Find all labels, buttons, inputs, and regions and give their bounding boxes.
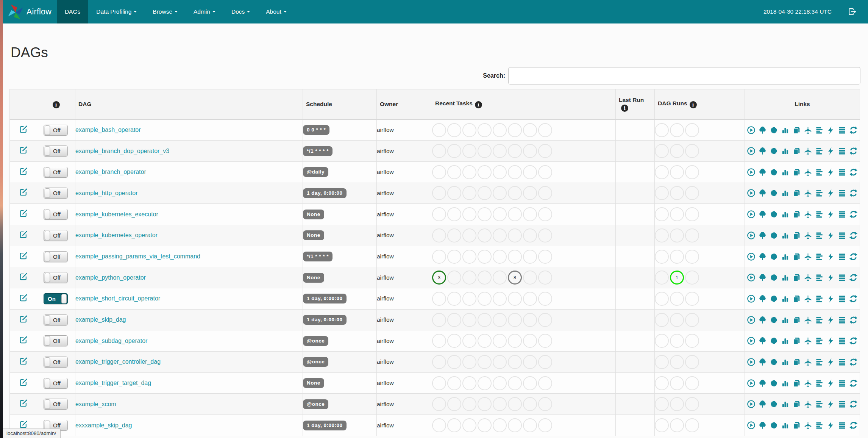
- dag-run-circle[interactable]: [655, 334, 669, 348]
- task-duration-icon[interactable]: [781, 231, 790, 240]
- task-state-circle[interactable]: [432, 292, 446, 306]
- task-state-circle[interactable]: [508, 376, 522, 390]
- gantt-icon[interactable]: [815, 316, 824, 324]
- trigger-dag-icon[interactable]: [747, 358, 756, 366]
- dag-pause-toggle[interactable]: Off: [44, 145, 68, 156]
- tree-view-icon[interactable]: [758, 400, 767, 408]
- logs-icon[interactable]: [838, 147, 846, 155]
- task-state-circle[interactable]: [508, 292, 522, 306]
- task-state-circle[interactable]: [493, 144, 507, 158]
- code-icon[interactable]: [826, 231, 835, 240]
- task-state-circle[interactable]: [478, 292, 492, 306]
- task-duration-icon[interactable]: [781, 147, 790, 155]
- dag-run-circle[interactable]: [685, 144, 699, 158]
- task-state-circle[interactable]: [538, 313, 552, 327]
- edit-dag-icon[interactable]: [19, 146, 28, 155]
- task-state-circle[interactable]: [493, 165, 507, 179]
- task-tries-icon[interactable]: [792, 147, 801, 155]
- dag-pause-toggle[interactable]: Off: [44, 188, 68, 199]
- task-tries-icon[interactable]: [792, 231, 801, 240]
- logs-icon[interactable]: [838, 294, 846, 303]
- logs-icon[interactable]: [838, 316, 846, 324]
- dag-run-circle[interactable]: [685, 228, 699, 242]
- task-tries-icon[interactable]: [792, 358, 801, 366]
- code-icon[interactable]: [826, 316, 835, 324]
- dag-run-circle[interactable]: [685, 292, 699, 306]
- gantt-icon[interactable]: [815, 189, 824, 197]
- task-state-circle[interactable]: [478, 207, 492, 221]
- task-state-circle[interactable]: [432, 313, 446, 327]
- task-state-circle[interactable]: [462, 376, 476, 390]
- dag-run-circle[interactable]: [655, 271, 669, 285]
- dag-run-circle[interactable]: [655, 144, 669, 158]
- task-state-circle[interactable]: [447, 186, 461, 200]
- task-state-circle[interactable]: [538, 376, 552, 390]
- dag-pause-toggle[interactable]: Off: [44, 230, 68, 241]
- task-state-circle[interactable]: [462, 334, 476, 348]
- logs-icon[interactable]: [838, 273, 846, 282]
- logs-icon[interactable]: [838, 126, 846, 135]
- edit-dag-icon[interactable]: [19, 125, 28, 134]
- task-state-circle[interactable]: [462, 271, 476, 285]
- code-icon[interactable]: [826, 294, 835, 303]
- task-state-circle[interactable]: [538, 397, 552, 411]
- task-state-circle[interactable]: [508, 228, 522, 242]
- refresh-icon[interactable]: [849, 358, 858, 366]
- dag-run-circle[interactable]: [655, 376, 669, 390]
- logs-icon[interactable]: [838, 336, 846, 345]
- task-state-circle[interactable]: [523, 250, 537, 264]
- nav-item-docs[interactable]: Docs: [223, 0, 258, 23]
- dag-link[interactable]: example_skip_dag: [75, 316, 126, 323]
- dag-run-circle[interactable]: [685, 207, 699, 221]
- graph-view-icon[interactable]: [770, 189, 778, 197]
- landing-times-icon[interactable]: [804, 210, 812, 219]
- dag-run-circle[interactable]: [685, 313, 699, 327]
- task-tries-icon[interactable]: [792, 168, 801, 177]
- task-state-circle[interactable]: [478, 250, 492, 264]
- dag-run-circle[interactable]: [655, 123, 669, 137]
- edit-dag-icon[interactable]: [19, 294, 28, 302]
- refresh-icon[interactable]: [849, 231, 858, 240]
- refresh-icon[interactable]: [849, 126, 858, 135]
- task-state-circle[interactable]: 8: [508, 271, 522, 285]
- dag-run-circle[interactable]: [655, 250, 669, 264]
- dag-link[interactable]: example_python_operator: [75, 274, 146, 281]
- landing-times-icon[interactable]: [804, 400, 812, 408]
- dag-pause-toggle[interactable]: Off: [44, 378, 68, 389]
- task-state-circle[interactable]: [432, 418, 446, 432]
- task-state-circle[interactable]: [523, 418, 537, 432]
- edit-dag-icon[interactable]: [19, 357, 28, 366]
- tree-view-icon[interactable]: [758, 231, 767, 240]
- task-state-circle[interactable]: [462, 144, 476, 158]
- task-state-circle[interactable]: 3: [432, 271, 446, 285]
- refresh-icon[interactable]: [849, 168, 858, 177]
- task-state-circle[interactable]: [508, 313, 522, 327]
- landing-times-icon[interactable]: [804, 358, 812, 366]
- task-state-circle[interactable]: [493, 123, 507, 137]
- task-state-circle[interactable]: [523, 397, 537, 411]
- task-state-circle[interactable]: [493, 186, 507, 200]
- task-state-circle[interactable]: [447, 418, 461, 432]
- task-state-circle[interactable]: [462, 165, 476, 179]
- graph-view-icon[interactable]: [770, 126, 778, 135]
- nav-item-about[interactable]: About: [258, 0, 295, 23]
- graph-view-icon[interactable]: [770, 294, 778, 303]
- task-state-circle[interactable]: [538, 271, 552, 285]
- graph-view-icon[interactable]: [770, 316, 778, 324]
- task-state-circle[interactable]: [523, 144, 537, 158]
- task-tries-icon[interactable]: [792, 273, 801, 282]
- edit-dag-icon[interactable]: [19, 252, 28, 260]
- tree-view-icon[interactable]: [758, 379, 767, 388]
- task-state-circle[interactable]: [523, 313, 537, 327]
- edit-dag-icon[interactable]: [19, 378, 28, 387]
- task-state-circle[interactable]: [538, 144, 552, 158]
- graph-view-icon[interactable]: [770, 231, 778, 240]
- gantt-icon[interactable]: [815, 147, 824, 155]
- trigger-dag-icon[interactable]: [747, 379, 756, 388]
- dag-pause-toggle[interactable]: Off: [44, 209, 68, 220]
- dag-run-circle[interactable]: [685, 250, 699, 264]
- code-icon[interactable]: [826, 379, 835, 388]
- gantt-icon[interactable]: [815, 168, 824, 177]
- gantt-icon[interactable]: [815, 379, 824, 388]
- dag-run-circle[interactable]: [670, 376, 684, 390]
